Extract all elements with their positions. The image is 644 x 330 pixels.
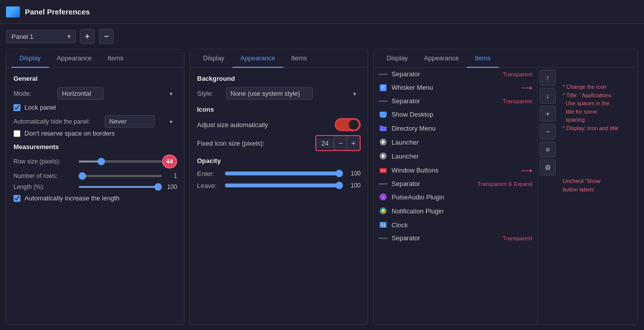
bg-style-row: Style: None (use system style) Solid col… — [197, 87, 361, 100]
auto-length-checkbox[interactable] — [13, 195, 20, 202]
mode-select-wrap: Horizontal Vertical ▼ — [57, 87, 177, 100]
settings-button[interactable]: ⚙ — [540, 160, 556, 175]
middle-tab-appearance[interactable]: Appearance — [232, 49, 283, 68]
left-panel-content: General Mode: Horizontal Vertical ▼ Lock… — [6, 68, 184, 325]
remove-item-button[interactable]: − — [540, 124, 556, 140]
toggle-knob — [349, 120, 359, 130]
list-item: 🔔 Notification Plugin — [374, 204, 537, 218]
middle-tab-items[interactable]: Items — [283, 49, 315, 68]
items-controls-column: ↑ ↓ + − ≡ ⚙ — [537, 68, 558, 325]
panels-area: Display Appearance Items General Mode: H… — [6, 49, 638, 325]
remove-panel-button[interactable]: − — [99, 29, 114, 44]
svg-rect-5 — [380, 126, 383, 127]
fixed-icon-size-label: Fixed icon size (pixels): — [197, 140, 264, 147]
note-line: * Display: Icon and title — [563, 124, 633, 133]
arrow-right-icon: ⟶ — [521, 83, 532, 92]
length-slider[interactable] — [78, 186, 162, 188]
menu-button[interactable]: ≡ — [540, 142, 556, 158]
autohide-row: Automatically hide the panel: Never Alwa… — [13, 115, 177, 128]
icon-size-value: 24 — [316, 138, 334, 149]
lock-panel-checkbox[interactable] — [13, 104, 20, 111]
notes-column: * Change the icon * Title: ' Application… — [558, 68, 638, 325]
item-label: Clock — [392, 221, 532, 229]
num-rows-label: Number of rows: — [13, 172, 78, 179]
general-section-title: General — [13, 75, 177, 82]
whisker-menu-icon: ☰ — [379, 83, 388, 92]
bg-style-select[interactable]: None (use system style) Solid color Back… — [226, 87, 313, 100]
list-item: Launcher — [374, 135, 537, 149]
add-item-button[interactable]: + — [540, 106, 556, 122]
right-tab-items[interactable]: Items — [467, 49, 499, 68]
svg-rect-4 — [380, 127, 387, 131]
icon-size-increase-button[interactable]: + — [347, 136, 360, 150]
enter-opacity-row: Enter: 100 — [197, 169, 361, 177]
right-panel-tabs: Display Appearance Items — [374, 49, 638, 68]
autohide-select-wrap: Never Always Intelligently ▼ — [105, 115, 177, 128]
list-item: 31 Clock — [374, 218, 537, 232]
left-tab-appearance[interactable]: Appearance — [49, 49, 100, 68]
row-size-slider[interactable] — [78, 161, 162, 163]
item-label: Window Buttons — [392, 166, 515, 174]
svg-rect-3 — [381, 117, 386, 118]
icon-size-controls: 24 − + — [315, 135, 361, 151]
bg-style-label: Style: — [197, 90, 222, 97]
left-tab-items[interactable]: Items — [100, 49, 132, 68]
note-line: Uncheck 'Show — [563, 177, 633, 185]
svg-text:♪: ♪ — [382, 195, 384, 199]
item-label: Separator — [392, 234, 499, 242]
list-item: Window Buttons ⟶ — [374, 163, 537, 177]
panel-row: Panel 1 Panel 2 ▼ + − — [6, 29, 638, 44]
note-line: Use spaces in the — [563, 99, 633, 108]
num-rows-slider[interactable] — [78, 175, 162, 177]
bg-style-arrow-icon: ▼ — [352, 91, 357, 96]
move-down-button[interactable]: ↓ — [540, 88, 556, 104]
opacity-section-title: Opacity — [197, 157, 361, 165]
move-up-button[interactable]: ↑ — [540, 70, 556, 86]
enter-opacity-value: 100 — [343, 170, 361, 177]
right-tab-appearance[interactable]: Appearance — [416, 49, 467, 68]
left-panel: Display Appearance Items General Mode: H… — [6, 49, 185, 325]
autohide-arrow-icon: ▼ — [169, 119, 174, 124]
right-tab-display[interactable]: Display — [379, 49, 416, 68]
adjust-size-toggle[interactable] — [335, 118, 361, 131]
mode-select[interactable]: Horizontal Vertical — [57, 87, 104, 100]
auto-length-label: Automatically increase the length — [24, 194, 120, 202]
no-reserve-checkbox[interactable] — [13, 130, 20, 137]
list-item: Launcher — [374, 149, 537, 163]
launcher-icon — [379, 138, 388, 147]
item-label: Launcher — [392, 139, 532, 146]
autohide-select[interactable]: Never Always Intelligently — [105, 115, 155, 128]
note-line: spacing — [563, 116, 633, 124]
mode-row: Mode: Horizontal Vertical ▼ — [13, 87, 177, 100]
icon-size-decrease-button[interactable]: − — [334, 136, 347, 150]
enter-opacity-slider[interactable] — [224, 169, 343, 177]
middle-panel-tabs: Display Appearance Items — [190, 49, 368, 68]
app-icon — [6, 6, 20, 17]
num-rows-row: Number of rows: 1 — [13, 172, 177, 179]
middle-tab-display[interactable]: Display — [195, 49, 232, 68]
item-label: Directory Menu — [392, 125, 532, 132]
item-tag: Transparent — [503, 235, 532, 241]
adjust-size-label: Adjust size automatically — [197, 121, 268, 129]
middle-panel-content: Background Style: None (use system style… — [190, 68, 368, 325]
note-line: * Title: ' Applications ' — [563, 91, 633, 100]
list-item: Show Desktop — [374, 107, 537, 121]
list-item: ♪ PulseAudio Plugin — [374, 190, 537, 204]
window-buttons-icon — [379, 166, 388, 175]
title-bar: Panel Preferences — [0, 0, 644, 24]
left-tab-display[interactable]: Display — [11, 49, 49, 68]
svg-rect-2 — [380, 112, 387, 117]
list-item: Directory Menu — [374, 121, 537, 135]
directory-menu-icon — [379, 124, 388, 133]
mode-label: Mode: — [13, 90, 53, 97]
panel-select[interactable]: Panel 1 Panel 2 — [6, 30, 76, 43]
add-panel-button[interactable]: + — [80, 29, 95, 44]
leave-opacity-slider[interactable] — [224, 181, 343, 189]
leave-opacity-row: Leave: 100 — [197, 181, 361, 189]
auto-length-row: Automatically increase the length — [13, 194, 177, 202]
length-row: Length (%): 100 — [13, 183, 177, 190]
item-label: Launcher — [392, 153, 532, 160]
num-rows-value: 1 — [162, 172, 177, 179]
length-label: Length (%): — [13, 183, 78, 190]
lock-panel-row: Lock panel — [13, 104, 177, 111]
